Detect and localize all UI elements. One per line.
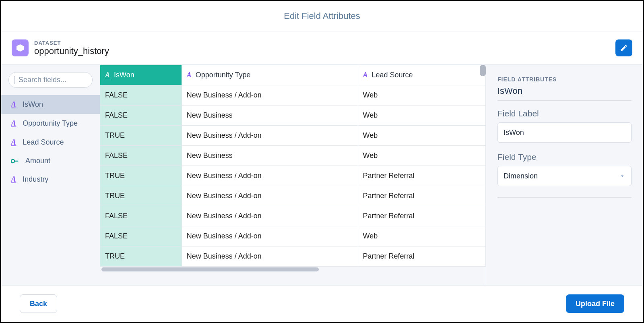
- measure-icon: [11, 158, 19, 164]
- table-cell: New Business: [182, 146, 358, 166]
- back-button[interactable]: Back: [20, 294, 57, 313]
- table-row: FALSENew BusinessWeb: [100, 146, 486, 166]
- table-cell: New Business / Add-on: [182, 166, 358, 186]
- table-row: FALSENew BusinessWeb: [100, 106, 486, 126]
- field-label-label: Field Label: [497, 109, 632, 118]
- sidebar-field-industry[interactable]: AIndustry: [1, 170, 100, 189]
- table-cell: Partner Referral: [358, 166, 486, 186]
- field-label-input[interactable]: [497, 122, 632, 143]
- table-cell: Web: [358, 126, 486, 146]
- chevron-down-icon: [619, 173, 625, 179]
- field-list: AIsWonAOpportunity TypeALead SourceAmoun…: [1, 95, 100, 189]
- dataset-bar: DATASET opportunity_history: [1, 31, 643, 64]
- field-item-label: Lead Source: [23, 138, 64, 147]
- main: AIsWonAOpportunity TypeALead SourceAmoun…: [1, 64, 643, 286]
- upload-file-button[interactable]: Upload File: [566, 294, 624, 313]
- table-cell: New Business / Add-on: [182, 206, 358, 226]
- column-header-opportunity-type[interactable]: AOpportunity Type: [182, 65, 358, 85]
- dimension-icon: A: [363, 71, 368, 79]
- table-cell: New Business / Add-on: [182, 246, 358, 267]
- table-row: TRUENew Business / Add-onPartner Referra…: [100, 166, 486, 186]
- table-cell: FALSE: [100, 226, 182, 246]
- table-cell: Web: [358, 146, 486, 166]
- dimension-icon: A: [11, 138, 16, 147]
- table-cell: Partner Referral: [358, 186, 486, 206]
- dataset-label: DATASET: [34, 40, 109, 46]
- svg-marker-0: [17, 44, 24, 52]
- dimension-icon: A: [187, 71, 192, 79]
- footer: Back Upload File: [1, 286, 643, 322]
- sidebar-field-iswon[interactable]: AIsWon: [1, 95, 100, 114]
- dataset-icon: [12, 39, 29, 56]
- pencil-icon: [620, 44, 628, 52]
- table-cell: Web: [358, 226, 486, 246]
- table-cell: TRUE: [100, 166, 182, 186]
- table-row: FALSENew Business / Add-onWeb: [100, 226, 486, 246]
- dataset-name: opportunity_history: [34, 46, 109, 56]
- field-type-value: Dimension: [504, 172, 538, 180]
- field-item-label: Industry: [23, 175, 48, 184]
- field-item-label: IsWon: [23, 100, 43, 109]
- sidebar-field-lead-source[interactable]: ALead Source: [1, 133, 100, 152]
- dimension-icon: A: [11, 119, 16, 128]
- column-header-label: IsWon: [114, 71, 134, 79]
- field-type-select[interactable]: Dimension: [497, 166, 632, 186]
- table-cell: New Business / Add-on: [182, 186, 358, 206]
- preview-table: AIsWonAOpportunity TypeALead Source FALS…: [100, 65, 486, 267]
- svg-point-1: [11, 159, 14, 162]
- table-row: TRUENew Business / Add-onWeb: [100, 126, 486, 146]
- table-cell: Web: [358, 106, 486, 126]
- field-item-label: Opportunity Type: [23, 119, 78, 128]
- table-cell: New Business / Add-on: [182, 126, 358, 146]
- dimension-icon: A: [11, 175, 16, 184]
- table-body: FALSENew Business / Add-onWebFALSENew Bu…: [100, 85, 486, 267]
- table-cell: New Business: [182, 106, 358, 126]
- column-header-label: Lead Source: [372, 71, 413, 79]
- table-cell: Partner Referral: [358, 206, 486, 226]
- modal-header: Edit Field Attributes: [1, 1, 643, 31]
- table-row: TRUENew Business / Add-onPartner Referra…: [100, 186, 486, 206]
- table-cell: New Business / Add-on: [182, 226, 358, 246]
- table-cell: TRUE: [100, 126, 182, 146]
- selected-field-name: IsWon: [497, 86, 632, 101]
- search-field[interactable]: [8, 72, 93, 88]
- column-header-label: Opportunity Type: [196, 71, 251, 79]
- preview-table-wrap: AIsWonAOpportunity TypeALead Source FALS…: [100, 65, 486, 285]
- table-cell: FALSE: [100, 85, 182, 106]
- column-header-iswon[interactable]: AIsWon: [100, 65, 182, 85]
- edit-dataset-button[interactable]: [615, 39, 632, 56]
- table-row: TRUENew Business / Add-onPartner Referra…: [100, 246, 486, 267]
- field-item-label: Amount: [25, 157, 50, 165]
- table-header-row: AIsWonAOpportunity TypeALead Source: [100, 65, 486, 85]
- table-row: FALSENew Business / Add-onWeb: [100, 85, 486, 106]
- search-spinner-icon: [14, 76, 15, 84]
- table-cell: TRUE: [100, 246, 182, 267]
- sidebar-field-amount[interactable]: Amount: [1, 152, 100, 170]
- field-attributes-panel: FIELD ATTRIBUTES IsWon Field Label Field…: [486, 65, 643, 285]
- horizontal-scrollbar-thumb[interactable]: [101, 267, 319, 271]
- field-type-label: Field Type: [497, 152, 632, 162]
- sidebar-field-opportunity-type[interactable]: AOpportunity Type: [1, 114, 100, 133]
- table-cell: Partner Referral: [358, 246, 486, 267]
- dataset-text: DATASET opportunity_history: [34, 40, 109, 56]
- table-cell: Web: [358, 85, 486, 106]
- column-header-lead-source[interactable]: ALead Source: [358, 65, 486, 85]
- table-cell: FALSE: [100, 146, 182, 166]
- search-input[interactable]: [19, 76, 112, 84]
- table-cell: FALSE: [100, 106, 182, 126]
- table-cell: FALSE: [100, 206, 182, 226]
- sidebar: AIsWonAOpportunity TypeALead SourceAmoun…: [1, 65, 100, 285]
- modal-title: Edit Field Attributes: [284, 11, 360, 21]
- vertical-scrollbar-thumb[interactable]: [480, 65, 486, 76]
- table-row: FALSENew Business / Add-onPartner Referr…: [100, 206, 486, 226]
- field-attributes-heading: FIELD ATTRIBUTES: [497, 76, 632, 83]
- table-cell: TRUE: [100, 186, 182, 206]
- horizontal-scrollbar[interactable]: [100, 267, 486, 272]
- dimension-icon: A: [11, 100, 16, 109]
- table-cell: New Business / Add-on: [182, 85, 358, 106]
- dimension-icon: A: [105, 71, 110, 79]
- attributes-divider: [497, 197, 632, 198]
